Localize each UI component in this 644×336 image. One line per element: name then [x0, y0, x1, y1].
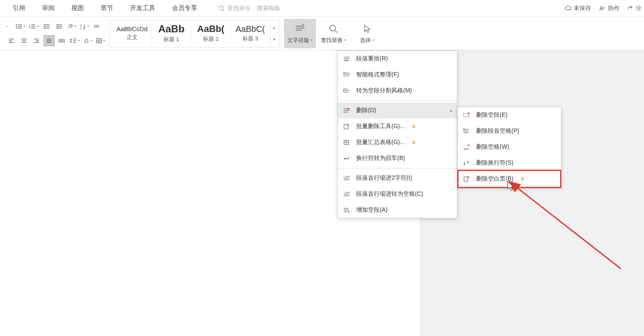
decrease-indent-btn[interactable]	[41, 21, 52, 32]
svg-rect-95	[464, 177, 468, 181]
menu-delete[interactable]: 删除(D) ▸	[338, 102, 457, 118]
increase-indent-btn[interactable]	[54, 21, 65, 32]
style-normal[interactable]: AaBbCcDd 正文	[112, 22, 152, 45]
search-icon	[218, 5, 225, 12]
sort-btn[interactable]: AL	[79, 21, 90, 32]
svg-text:3: 3	[29, 27, 30, 29]
people-icon	[599, 5, 606, 11]
find-replace-btn[interactable]: 查找替换	[318, 19, 349, 48]
tab-devtools[interactable]: 开发工具	[130, 4, 155, 12]
top-right-actions: 未保存 协作 分	[564, 0, 644, 17]
delblankpage-icon	[463, 176, 471, 182]
magnifier-icon	[328, 23, 339, 35]
menu-bar: 引用 审阅 视图 章节 开发工具 会员专享 查找命令、搜索模板 未保存 协作 分	[0, 0, 644, 17]
styles-gallery[interactable]: AaBbCcDd 正文 AaBb 标题 1 AaBb( 标题 2 AaBbC( …	[110, 20, 280, 47]
line-spacing-btn[interactable]	[69, 35, 81, 46]
numbered-list-btn[interactable]: 123	[28, 21, 39, 32]
submenu-arrow-icon: ▸	[450, 108, 453, 113]
prev-partial-btn[interactable]: ·	[2, 21, 13, 32]
select-btn[interactable]: 选择	[351, 19, 383, 48]
menu-reflow[interactable]: 段落重排(R)	[338, 51, 457, 67]
batchsum-icon	[343, 139, 351, 146]
menu-convert-linebreak[interactable]: 换行符转为回车(B)	[338, 150, 457, 166]
menu-add-blank-para[interactable]: 增加空段(A)	[338, 202, 457, 218]
menu-batch-delete[interactable]: 批量删除工具(G)... ♛	[338, 118, 457, 134]
reflow-icon	[343, 55, 351, 62]
tab-view[interactable]: 视图	[71, 4, 84, 12]
submenu-delete-blank-page[interactable]: 删除空白页(B) ♛	[458, 171, 561, 187]
search-placeholder: 查找命令、搜索模板	[227, 5, 280, 12]
editing-group: A 文字排版 查找替换 选择	[282, 17, 386, 50]
menu-batch-summary[interactable]: 批量汇总表格(G)... ♛	[338, 134, 457, 150]
svg-text:文: 文	[68, 24, 72, 28]
tab-references[interactable]: 引用	[13, 4, 25, 12]
submenu-delete-leading-space[interactable]: 删除段首空格(P)	[458, 123, 561, 139]
svg-point-3	[16, 24, 17, 25]
align-right-btn[interactable]	[31, 35, 42, 46]
style-heading2[interactable]: AaBb( 标题 2	[191, 22, 231, 45]
tab-review[interactable]: 审阅	[42, 4, 55, 12]
addpara-icon	[343, 207, 351, 213]
linebreak-icon	[343, 155, 351, 162]
typeset-menu: 段落重排(R) 智能格式整理(F) 转为空段分割风格(M) 删除(D) ▸ 批量…	[337, 50, 457, 218]
menu-separator	[338, 100, 457, 101]
svg-line-1	[223, 10, 224, 11]
paragraph-group: · 123 文 AL	[2, 17, 109, 50]
cloud-icon	[564, 5, 572, 11]
style-heading1[interactable]: AaBb 标题 1	[152, 22, 191, 45]
document-area	[0, 50, 644, 336]
submenu-delete-space[interactable]: 删除空格(W)	[458, 139, 561, 155]
svg-text:A: A	[302, 24, 305, 28]
command-search[interactable]: 查找命令、搜索模板	[218, 5, 280, 12]
shading-btn[interactable]	[82, 35, 93, 46]
share-button[interactable]: 分	[627, 5, 641, 12]
svg-point-2	[600, 7, 602, 9]
align-justify-btn[interactable]	[44, 35, 55, 46]
bullet-list-btn[interactable]	[14, 21, 26, 32]
style-heading3[interactable]: AaBbC( 标题 3	[231, 22, 270, 45]
convert-icon	[343, 87, 351, 94]
menu-indent-to-space[interactable]: 段落首行缩进转为空格(C)	[338, 186, 457, 202]
batchdel-icon	[343, 123, 351, 130]
menu-separator	[338, 168, 457, 168]
menu-convert-blank[interactable]: 转为空段分割风格(M)	[338, 83, 457, 99]
svg-point-0	[219, 6, 223, 10]
styles-expand[interactable]: ▴▾	[270, 22, 278, 45]
align-left-btn[interactable]	[6, 35, 17, 46]
svg-text:L: L	[80, 27, 82, 30]
svg-line-53	[335, 30, 337, 33]
crown-icon: ♛	[412, 139, 416, 145]
dellinebreak-icon	[463, 160, 471, 166]
text-typeset-btn[interactable]: A 文字排版	[284, 19, 316, 48]
submenu-delete-linebreak[interactable]: 删除换行符(S)	[458, 155, 561, 171]
crown-icon: ♛	[520, 176, 525, 182]
text-direction-btn[interactable]: 文	[66, 21, 77, 32]
collab-button[interactable]: 协作	[599, 5, 620, 12]
align-distribute-btn[interactable]	[56, 35, 67, 46]
svg-point-7	[16, 27, 17, 29]
crown-icon: ♛	[412, 123, 416, 129]
align-center-btn[interactable]	[18, 35, 29, 46]
indent2-icon	[343, 175, 351, 181]
tab-member[interactable]: 会员专享	[172, 4, 197, 12]
delete-icon	[343, 107, 351, 114]
cursor-icon	[362, 23, 372, 35]
svg-point-5	[16, 26, 17, 27]
svg-rect-56	[344, 73, 346, 74]
menu-smart-format[interactable]: 智能格式整理(F)	[338, 67, 457, 83]
borders-btn[interactable]	[95, 35, 106, 46]
ribbon-toolbar: · 123 文 AL	[0, 17, 644, 50]
submenu-delete-blank-para[interactable]: 删除空段(E)	[458, 107, 561, 123]
unsaved-status[interactable]: 未保存	[564, 5, 591, 12]
tab-chapters[interactable]: 章节	[101, 4, 113, 12]
show-marks-btn[interactable]	[91, 21, 102, 32]
delleadspace-icon	[463, 128, 471, 134]
delete-submenu: 删除空段(E) 删除段首空格(P) 删除空格(W) 删除换行符(S) 删除空白页…	[457, 107, 561, 187]
indentspace-icon	[343, 191, 351, 197]
typeset-icon: A	[294, 23, 306, 35]
menu-indent-2chars[interactable]: 段落首行缩进2字符(I)	[338, 170, 457, 186]
svg-text:A: A	[80, 24, 82, 27]
svg-point-52	[330, 25, 336, 31]
smartformat-icon	[343, 71, 351, 78]
share-icon	[627, 5, 634, 11]
